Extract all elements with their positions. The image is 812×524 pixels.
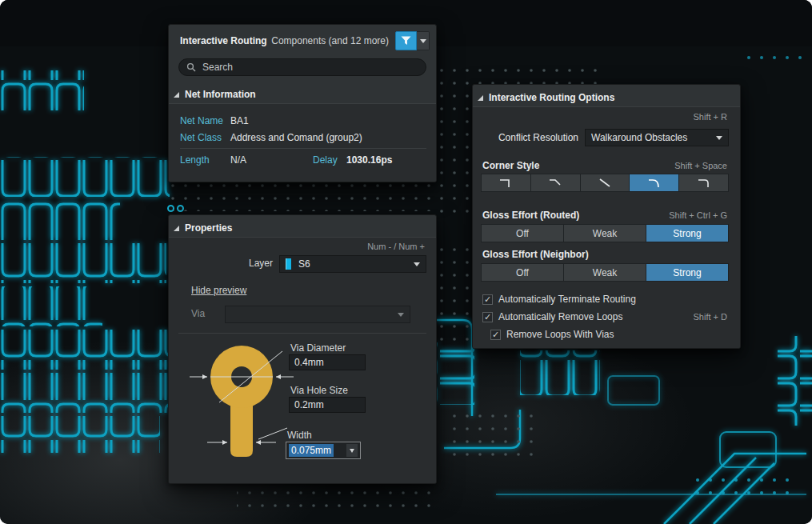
gloss-routed-label: Gloss Effort (Routed) — [482, 210, 579, 221]
remove-loops-shortcut-hint: Shift + D — [694, 312, 728, 322]
gloss-routed-weak-button[interactable]: Weak — [564, 225, 646, 242]
hide-preview-link[interactable]: Hide preview — [191, 285, 246, 296]
rounded-90-icon — [697, 177, 711, 189]
auto-terminate-label: Automatically Terminate Routing — [498, 294, 636, 305]
gloss-routed-off-button[interactable]: Off — [482, 225, 563, 242]
net-info-section-header[interactable]: Net Information — [169, 86, 436, 103]
net-name-row: Net Name BA1 — [180, 112, 426, 129]
auto-remove-loops-checkbox-row: ✓ Automatically Remove Loops — [482, 311, 622, 322]
gloss-neighbor-weak-button[interactable]: Weak — [564, 264, 646, 281]
search-icon — [186, 62, 196, 72]
scope-selector[interactable]: Components (and 12 more) — [271, 35, 389, 46]
panel-title: Interactive Routing — [180, 35, 267, 46]
rounded-45-icon — [647, 177, 662, 189]
layer-value: S6 — [298, 258, 310, 270]
length-label: Length — [180, 154, 230, 166]
chevron-down-icon — [350, 449, 354, 455]
collapse-triangle-icon — [174, 92, 179, 98]
via-dropdown — [225, 306, 410, 323]
funnel-icon — [401, 36, 411, 46]
gloss-neighbor-label: Gloss Effort (Neighbor) — [482, 249, 589, 260]
net-name-value: BA1 — [230, 115, 249, 126]
delay-label: Delay — [313, 154, 346, 166]
gloss-neighbor-strong-button[interactable]: Strong — [646, 264, 728, 281]
conflict-resolution-label: Conflict Resolution — [481, 132, 578, 143]
layer-dropdown[interactable]: S6 — [279, 255, 426, 273]
properties-title: Properties — [185, 222, 232, 234]
pcb-editor-screen: Interactive Routing Components (and 12 m… — [0, 0, 812, 524]
corner-style-rounded-90-button[interactable] — [679, 174, 728, 191]
auto-remove-loops-label: Automatically Remove Loops — [498, 311, 622, 322]
net-name-label: Net Name — [180, 115, 230, 126]
remove-loops-vias-label: Remove Loops With Vias — [506, 329, 614, 340]
conflict-resolution-value: Walkaround Obstacles — [591, 132, 687, 143]
layer-label: Layer — [246, 258, 273, 269]
remove-loops-vias-checkbox[interactable]: ✓ — [490, 330, 501, 340]
via-diameter-label: Via Diameter — [290, 342, 346, 354]
corner-style-90-button[interactable] — [482, 174, 530, 191]
collapse-triangle-icon — [478, 95, 483, 101]
net-class-row: Net Class Address and Comand (group2) — [180, 129, 426, 146]
routing-options-section-header[interactable]: Interactive Routing Options — [473, 89, 740, 106]
chevron-down-icon — [716, 136, 722, 143]
panel-shortcut-hint: Shift + R — [694, 112, 728, 122]
net-info-title: Net Information — [185, 89, 256, 100]
routing-options-panel: Interactive Routing Options Shift + R Co… — [472, 84, 741, 349]
corner-style-label: Corner Style — [482, 160, 539, 171]
length-value: N/A — [230, 154, 313, 166]
routing-options-body: Shift + R Conflict Resolution Walkaround… — [473, 106, 740, 348]
filter-button[interactable] — [395, 31, 417, 50]
via-diameter-input[interactable] — [289, 354, 366, 370]
auto-terminate-checkbox-row: ✓ Automatically Terminate Routing — [482, 294, 636, 305]
panel-drag-dot[interactable] — [167, 205, 174, 212]
layer-shortcut-hint: Num - / Num + — [367, 242, 425, 251]
remove-loops-vias-checkbox-row: ✓ Remove Loops With Vias — [490, 329, 614, 340]
width-value: 0.075mm — [289, 444, 334, 457]
chevron-down-icon — [398, 313, 404, 320]
chevron-down-icon — [414, 262, 420, 270]
net-class-label: Net Class — [180, 132, 230, 143]
gloss-neighbor-off-button[interactable]: Off — [482, 264, 563, 281]
divider — [178, 333, 426, 334]
via-hole-size-label: Via Hole Size — [290, 385, 348, 396]
corner-style-button-group — [481, 174, 729, 192]
interactive-routing-panel: Interactive Routing Components (and 12 m… — [168, 24, 437, 182]
auto-remove-loops-checkbox[interactable]: ✓ — [482, 312, 493, 322]
panel-drag-dot[interactable] — [177, 205, 184, 212]
search-input[interactable] — [201, 61, 418, 74]
layer-color-chip — [286, 258, 291, 270]
corner-style-rounded-45-button[interactable] — [630, 174, 678, 191]
divider — [180, 148, 426, 149]
properties-panel: Properties Num - / Num + Layer S6 Hide p… — [168, 214, 437, 484]
gloss-routed-strong-button[interactable]: Strong — [646, 225, 728, 242]
net-info-body: Net Name BA1 Net Class Address and Coman… — [169, 103, 436, 182]
via-label: Via — [191, 308, 205, 319]
net-class-value: Address and Comand (group2) — [230, 132, 362, 143]
via-hole-size-input[interactable] — [289, 397, 366, 413]
corner-90-icon — [498, 177, 513, 189]
auto-terminate-checkbox[interactable]: ✓ — [482, 294, 493, 305]
gloss-routed-shortcut-hint: Shift + Ctrl + G — [669, 210, 727, 220]
collapse-triangle-icon — [174, 226, 179, 231]
gloss-routed-button-group: Off Weak Strong — [481, 224, 729, 242]
corner-style-45-button[interactable] — [531, 174, 580, 191]
corner-style-shortcut-hint: Shift + Space — [674, 161, 727, 170]
properties-section-header[interactable]: Properties — [169, 219, 436, 237]
filter-dropdown-arrow[interactable] — [417, 31, 430, 50]
gloss-neighbor-button-group: Off Weak Strong — [481, 263, 729, 282]
conflict-resolution-dropdown[interactable]: Walkaround Obstacles — [585, 129, 729, 146]
length-delay-row: Length N/A Delay 1030.16ps — [180, 151, 426, 168]
any-angle-icon — [598, 177, 612, 189]
width-dropdown-button[interactable] — [346, 444, 358, 457]
delay-value: 1030.16ps — [346, 154, 392, 166]
search-box[interactable] — [178, 58, 426, 76]
corner-style-any-angle-button[interactable] — [581, 174, 630, 191]
width-combo[interactable]: 0.075mm — [286, 442, 361, 459]
panel-header: Interactive Routing Components (and 12 m… — [169, 25, 436, 57]
width-label: Width — [287, 430, 312, 441]
corner-45-icon — [548, 177, 562, 189]
routing-options-title: Interactive Routing Options — [489, 92, 614, 103]
properties-body: Num - / Num + Layer S6 Hide preview Via — [169, 237, 436, 483]
